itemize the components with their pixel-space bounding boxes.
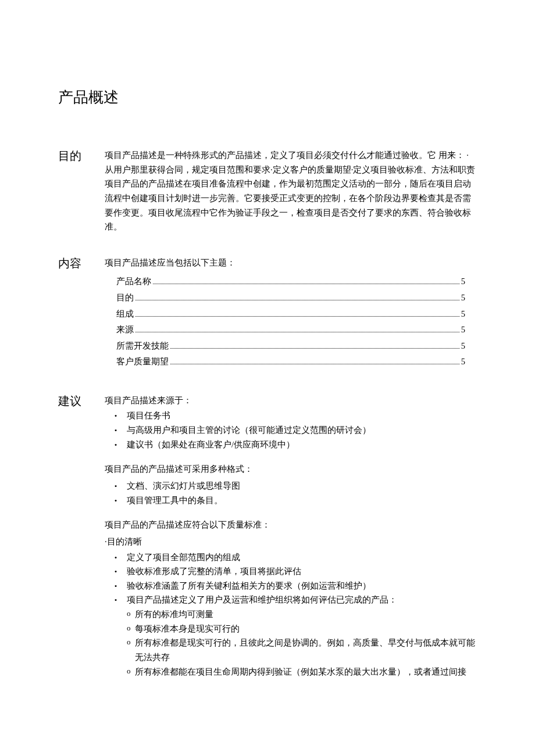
bullet-icon: • bbox=[105, 493, 127, 507]
section-body-purpose: 项目产品描述是一种特殊形式的产品描述，定义了项目必须交付什么才能通过验收。它 用… bbox=[105, 148, 477, 235]
toc-dots bbox=[153, 283, 459, 284]
section-advice: 建议 项目产品描述来源于： •项目任务书 •与高级用户和项目主管的讨论（很可能通… bbox=[58, 393, 477, 679]
sub-list-text: 所有标准都能在项目生命周期内得到验证（例如某水泵的最大出水量），或者通过间接 bbox=[135, 665, 477, 679]
purpose-text: 项目产品描述是一种特殊形式的产品描述，定义了项目必须交付什么才能通过验收。它 用… bbox=[105, 148, 477, 234]
toc-item: 产品名称 5 bbox=[116, 274, 465, 290]
sub-list-text: 所有的标准均可测量 bbox=[135, 607, 477, 622]
circle-bullet-icon: o bbox=[127, 607, 135, 620]
bullet-icon: • bbox=[105, 409, 127, 422]
bullet-icon: • bbox=[105, 579, 127, 593]
list-item: •项目任务书 bbox=[105, 409, 477, 423]
toc-label: 来源 bbox=[116, 322, 134, 338]
quality-lead: ·目的清晰 bbox=[105, 535, 477, 549]
list-text: 与高级用户和项目主管的讨论（很可能通过定义范围的研讨会） bbox=[127, 423, 477, 438]
sub-list-item: o所有的标准均可测量 bbox=[127, 607, 477, 622]
formats-list: •文档、演示幻灯片或思维导图 •项目管理工具中的条目。 bbox=[105, 479, 477, 507]
toc-page: 5 bbox=[461, 338, 465, 354]
formats-intro: 项目产品的产品描述可采用多种格式： bbox=[105, 462, 477, 476]
toc-item: 来源 5 bbox=[116, 322, 465, 338]
toc-page: 5 bbox=[461, 322, 465, 338]
toc-item: 目的 5 bbox=[116, 290, 465, 306]
toc-item: 所需开发技能 5 bbox=[116, 338, 465, 354]
bullet-icon: • bbox=[105, 564, 127, 578]
list-item: •验收标准形成了完整的清单，项目将据此评估 bbox=[105, 564, 477, 579]
toc-label: 目的 bbox=[116, 290, 134, 306]
section-label-content: 内容 bbox=[58, 256, 105, 271]
circle-bullet-icon: o bbox=[127, 636, 135, 648]
toc-dots bbox=[135, 299, 459, 300]
toc-label: 客户质量期望 bbox=[116, 354, 169, 370]
circle-bullet-icon: o bbox=[127, 622, 135, 635]
sources-intro: 项目产品描述来源于： bbox=[105, 393, 477, 408]
sub-list-text: 所有标准都是现实可行的，且彼此之间是协调的。例如，高质量、早交付与低成本就可能无… bbox=[135, 636, 477, 664]
toc-dots bbox=[135, 316, 459, 317]
content-intro: 项目产品描述应当包括以下主题： bbox=[105, 256, 477, 270]
circle-bullet-icon: o bbox=[127, 665, 135, 678]
section-content: 内容 项目产品描述应当包括以下主题： 产品名称 5 目的 5 组成 5 bbox=[58, 256, 477, 373]
sub-list-item: o所有标准都是现实可行的，且彼此之间是协调的。例如，高质量、早交付与低成本就可能… bbox=[127, 636, 477, 664]
sub-list-item: o每项标准本身是现实可行的 bbox=[127, 622, 477, 636]
section-purpose: 目的 项目产品描述是一种特殊形式的产品描述，定义了项目必须交付什么才能通过验收。… bbox=[58, 148, 477, 235]
list-item: •建议书（如果处在商业客户/供应商环境中） bbox=[105, 438, 477, 452]
list-item: •文档、演示幻灯片或思维导图 bbox=[105, 479, 477, 493]
quality-intro: 项目产品的产品描述应符合以下质量标准： bbox=[105, 518, 477, 532]
toc-dots bbox=[170, 363, 459, 364]
list-text: 项目管理工具中的条目。 bbox=[127, 493, 477, 508]
list-item: •项目管理工具中的条目。 bbox=[105, 493, 477, 508]
list-item: •验收标准涵盖了所有关键利益相关方的要求（例如运营和维护） bbox=[105, 579, 477, 593]
toc-label: 产品名称 bbox=[116, 274, 151, 290]
quality-list: •定义了项目全部范围内的组成 •验收标准形成了完整的清单，项目将据此评估 •验收… bbox=[105, 550, 477, 608]
toc: 产品名称 5 目的 5 组成 5 来源 5 bbox=[105, 271, 477, 372]
toc-label: 所需开发技能 bbox=[116, 338, 169, 354]
list-item: •项目产品描述定义了用户及运营和维护组织将如何评估已完成的产品： bbox=[105, 593, 477, 607]
bullet-icon: • bbox=[105, 438, 127, 452]
section-body-content: 项目产品描述应当包括以下主题： 产品名称 5 目的 5 组成 5 bbox=[105, 256, 477, 373]
toc-item: 客户质量期望 5 bbox=[116, 354, 465, 370]
list-item: •定义了项目全部范围内的组成 bbox=[105, 550, 477, 565]
bullet-icon: • bbox=[105, 423, 127, 437]
document-page: 产品概述 目的 项目产品描述是一种特殊形式的产品描述，定义了项目必须交付什么才能… bbox=[0, 0, 535, 746]
list-item: •与高级用户和项目主管的讨论（很可能通过定义范围的研讨会） bbox=[105, 423, 477, 438]
sub-list-item: o所有标准都能在项目生命周期内得到验证（例如某水泵的最大出水量），或者通过间接 bbox=[127, 665, 477, 679]
sub-list-text: 每项标准本身是现实可行的 bbox=[135, 622, 477, 636]
toc-dots bbox=[170, 347, 459, 349]
list-text: 项目产品描述定义了用户及运营和维护组织将如何评估已完成的产品： bbox=[127, 593, 477, 607]
list-text: 项目任务书 bbox=[127, 409, 477, 423]
section-body-advice: 项目产品描述来源于： •项目任务书 •与高级用户和项目主管的讨论（很可能通过定义… bbox=[105, 393, 477, 679]
toc-dots bbox=[135, 331, 459, 332]
quality-sub-list: o所有的标准均可测量 o每项标准本身是现实可行的 o所有标准都是现实可行的，且彼… bbox=[127, 607, 477, 679]
toc-label: 组成 bbox=[116, 306, 134, 323]
bullet-icon: • bbox=[105, 479, 127, 493]
toc-page: 5 bbox=[461, 354, 465, 370]
toc-item: 组成 5 bbox=[116, 306, 465, 323]
list-text: 文档、演示幻灯片或思维导图 bbox=[127, 479, 477, 493]
section-label-purpose: 目的 bbox=[58, 148, 105, 164]
toc-page: 5 bbox=[461, 290, 465, 306]
sources-list: •项目任务书 •与高级用户和项目主管的讨论（很可能通过定义范围的研讨会） •建议… bbox=[105, 409, 477, 452]
list-text: 验收标准形成了完整的清单，项目将据此评估 bbox=[127, 564, 477, 579]
list-text: 建议书（如果处在商业客户/供应商环境中） bbox=[127, 438, 477, 452]
bullet-icon: • bbox=[105, 550, 127, 564]
page-title: 产品概述 bbox=[58, 87, 477, 108]
list-text: 定义了项目全部范围内的组成 bbox=[127, 550, 477, 565]
bullet-icon: • bbox=[105, 593, 127, 607]
list-text: 验收标准涵盖了所有关键利益相关方的要求（例如运营和维护） bbox=[127, 579, 477, 593]
toc-page: 5 bbox=[461, 274, 465, 290]
toc-page: 5 bbox=[461, 306, 465, 323]
section-label-advice: 建议 bbox=[58, 393, 105, 409]
